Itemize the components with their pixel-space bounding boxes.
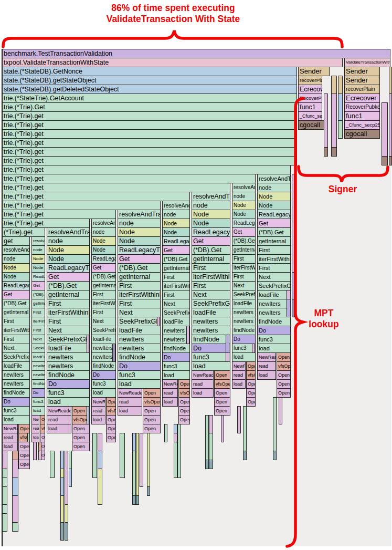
flame-cell-sliver[interactable] — [38, 451, 41, 460]
flame-cell[interactable]: getInternal — [47, 290, 90, 299]
flame-cell[interactable]: cgocall — [344, 129, 380, 139]
flame-cell[interactable]: Open — [143, 406, 161, 416]
flame-cell[interactable]: load — [2, 415, 30, 424]
flame-cell-sliver[interactable] — [147, 486, 150, 496]
flame-cell[interactable]: getInternal — [162, 263, 190, 273]
flame-cell-sliver[interactable] — [209, 460, 213, 469]
flame-cell-sliver[interactable] — [221, 415, 224, 442]
flame-cell[interactable]: SeekPrefixGE — [31, 344, 45, 353]
flame-cell[interactable]: Node — [118, 227, 161, 237]
flame-cell[interactable]: Node — [91, 236, 116, 246]
flame-cell-sliver[interactable] — [292, 174, 294, 273]
flame-cell[interactable]: Do — [91, 370, 116, 380]
flame-cell[interactable]: Get — [31, 281, 45, 290]
flame-cell[interactable]: cgocall — [298, 120, 324, 130]
flame-cell-sliver[interactable] — [273, 451, 277, 460]
flame-cell[interactable]: Next — [2, 344, 30, 353]
flame-cell[interactable]: load — [118, 379, 161, 389]
flame-cell[interactable]: findNode — [47, 370, 90, 380]
flame-cell[interactable]: newIters — [257, 299, 291, 308]
flame-cell-sliver[interactable] — [292, 299, 294, 317]
flame-cell-sliver[interactable] — [174, 442, 177, 478]
flame-cell[interactable]: First — [257, 263, 291, 273]
flame-cell-sliver[interactable] — [27, 433, 30, 442]
flame-cell[interactable]: Node — [162, 219, 190, 228]
flame-cell[interactable]: vfsOpen — [106, 406, 116, 416]
flame-cell-sliver[interactable] — [338, 120, 343, 139]
flame-cell-sliver[interactable] — [331, 76, 337, 94]
flame-cell[interactable]: ReadLegacyTrieNode — [47, 263, 90, 273]
flame-cell[interactable]: load — [47, 424, 71, 433]
flame-cell-sliver[interactable] — [87, 335, 89, 353]
flame-cell[interactable]: func3 — [2, 406, 30, 416]
flame-cell[interactable]: First — [257, 245, 291, 255]
flame-cell[interactable]: load — [192, 388, 214, 398]
flame-cell[interactable]: resolveAndTrack — [192, 192, 230, 201]
flame-cell[interactable]: newIters — [192, 317, 230, 326]
flame-cell[interactable]: Open — [106, 433, 116, 442]
flame-cell-sliver[interactable] — [292, 272, 294, 299]
flame-cell[interactable]: trie.(*Trie).get — [2, 138, 297, 148]
flame-cell-sliver[interactable] — [12, 495, 18, 523]
flame-cell[interactable]: findNode — [192, 335, 230, 344]
flame-cell[interactable]: iterFirstWithinBounds — [31, 317, 45, 326]
flame-cell-sliver[interactable] — [2, 513, 7, 532]
flame-cell-sliver[interactable] — [287, 290, 291, 299]
flame-cell[interactable]: trie.(*Trie).get — [2, 210, 116, 219]
flame-cell[interactable]: load — [232, 352, 256, 362]
flame-cell[interactable]: load — [118, 406, 142, 416]
flame-cell[interactable]: Do — [47, 379, 90, 389]
flame-cell-sliver[interactable] — [205, 415, 209, 460]
flame-cell[interactable]: newIters — [118, 335, 161, 344]
flame-cell-sliver[interactable] — [382, 156, 388, 165]
flame-cell[interactable]: Next — [232, 281, 256, 290]
flame-cell[interactable]: _Cfunc_secp256k1_ecdsa_recover — [298, 111, 322, 121]
flame-cell-sliver[interactable] — [87, 406, 89, 424]
flame-cell[interactable]: trie.(*Trie).get — [2, 111, 297, 121]
flame-cell[interactable]: load — [162, 397, 178, 407]
flame-cell[interactable]: First — [47, 299, 90, 308]
flame-cell[interactable]: (*DB).Get — [257, 227, 291, 237]
flame-cell[interactable]: Next — [257, 272, 291, 282]
flame-cell[interactable]: NewReader — [232, 361, 246, 371]
flame-cell[interactable]: NewReader — [2, 424, 18, 433]
flame-cell[interactable]: Node — [31, 263, 45, 273]
flame-cell[interactable]: NewReader — [47, 406, 71, 416]
flame-cell[interactable]: loadFile — [47, 344, 90, 353]
flame-cell-sliver[interactable] — [33, 442, 37, 460]
flame-cell[interactable]: resolveAndTrack — [31, 236, 45, 246]
flame-cell[interactable]: state.(*StateDB).GetNonce — [2, 67, 297, 76]
flame-cell[interactable]: First — [47, 317, 90, 326]
flame-cell-sliver[interactable] — [2, 486, 7, 505]
flame-cell[interactable]: func3 — [162, 361, 190, 371]
flame-cell-sliver[interactable] — [69, 469, 72, 487]
flame-cell-sliver[interactable] — [140, 433, 143, 487]
flame-cell[interactable]: Get — [2, 290, 30, 299]
flame-cell-sliver[interactable] — [136, 433, 139, 496]
flame-cell[interactable]: Open — [40, 433, 45, 442]
flame-cell[interactable]: load — [91, 415, 105, 424]
flame-cell[interactable]: newIters — [47, 352, 90, 362]
flame-cell[interactable]: ReadLegacyTrieNode — [192, 227, 230, 237]
flame-cell[interactable]: load — [2, 442, 18, 451]
flame-cell[interactable]: First — [31, 326, 45, 335]
flame-cell[interactable]: benchmark.TestTransactionValidation — [2, 49, 390, 58]
flame-cell-sliver[interactable] — [60, 478, 64, 496]
flame-cell[interactable]: Do — [192, 344, 230, 353]
flame-cell[interactable]: ReadLegacyTrieNode — [31, 272, 45, 282]
flame-cell[interactable]: Node — [232, 201, 256, 210]
flame-cell[interactable]: loadFile — [31, 352, 45, 362]
flame-cell[interactable]: (*DB).Get — [118, 263, 161, 273]
flame-cell[interactable]: Node — [91, 245, 116, 255]
flame-cell[interactable]: trie.(*Trie).get — [2, 165, 291, 174]
flame-cell[interactable]: read — [118, 397, 142, 407]
flame-cell-sliver[interactable] — [50, 451, 55, 478]
flame-cell[interactable]: func3 — [118, 370, 161, 380]
flame-cell[interactable]: newIters — [232, 308, 256, 317]
flame-cell[interactable]: Get — [162, 245, 190, 255]
flame-cell-sliver[interactable] — [120, 433, 125, 478]
flame-cell[interactable]: RecoverPubkey — [344, 102, 380, 112]
flame-cell-sliver[interactable] — [252, 344, 255, 353]
flame-cell-sliver[interactable] — [338, 94, 343, 121]
flame-cell[interactable]: getInternal — [2, 308, 30, 317]
